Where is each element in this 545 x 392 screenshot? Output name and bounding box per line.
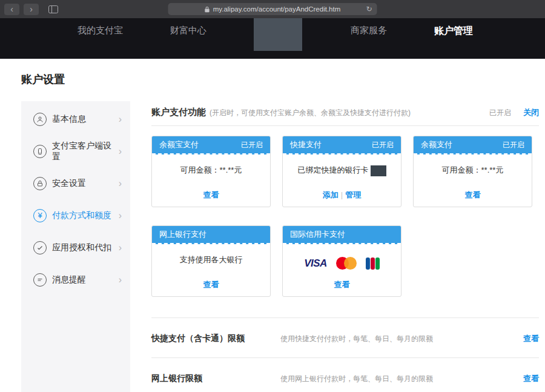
view-link[interactable]: 查看	[203, 190, 219, 199]
sidebar-item-label: 安全设置	[52, 178, 86, 189]
card-header: 快捷支付 已开启	[283, 136, 401, 154]
visa-logo: VISA	[304, 257, 327, 270]
nav-item-merchant-services[interactable]: 商家服务	[351, 25, 387, 36]
chevron-right-icon: ›	[119, 146, 122, 157]
card-body: 可用金额：**.**元	[414, 154, 532, 176]
lock-icon	[33, 177, 47, 190]
main-content: 账户支付功能 (开启时，可使用支付宝账户余额、余额宝及快捷支付进行付款) 已开启…	[151, 101, 539, 392]
card-brand-logos: VISA	[283, 244, 401, 270]
section-divider	[151, 125, 539, 126]
card-status-badge: 已开启	[241, 140, 263, 150]
card-yuebao-pay: 余额宝支付 已开启 可用金额：**.**元 查看	[151, 136, 271, 207]
yen-icon: ¥	[33, 209, 47, 222]
card-quick-pay: 快捷支付 已开启 已绑定快捷的银行卡 添加|管理	[282, 136, 401, 207]
card-international-card-pay: 国际信用卡支付 VISA 查看	[282, 225, 401, 297]
card-title: 余额宝支付	[159, 139, 199, 150]
browser-chrome: ‹ › my.alipay.com/account/payAndCredit.h…	[0, 0, 545, 18]
redacted-value	[371, 165, 386, 176]
card-header: 余额支付 已开启	[414, 136, 532, 154]
card-body: 支持使用各大银行	[152, 244, 270, 265]
limit-description: 使用快捷支付付款时，每笔、每日、每月的限额	[280, 334, 523, 344]
add-link[interactable]: 添加	[323, 190, 339, 199]
chevron-right-icon: ›	[119, 274, 122, 285]
card-balance-pay: 余额支付 已开启 可用金额：**.**元 查看	[413, 136, 532, 207]
view-link[interactable]: 查看	[203, 280, 219, 289]
view-link[interactable]: 查看	[334, 280, 350, 289]
site-navbar: 我的支付宝 财富中心 商家服务 账户管理	[0, 18, 545, 59]
card-header: 国际信用卡支付	[283, 226, 401, 244]
address-bar[interactable]: my.alipay.com/account/payAndCredit.htm ↻	[168, 3, 377, 15]
limit-row-quick-pay: 快捷支付（含卡通）限额 使用快捷支付付款时，每笔、每日、每月的限额 查看	[151, 317, 539, 357]
forward-button[interactable]: ›	[24, 4, 39, 15]
sidebar-item-label: 应用授权和代扣	[52, 242, 111, 253]
card-body: 可用金额：**.**元	[152, 154, 270, 176]
card-header: 网上银行支付	[152, 226, 270, 244]
bound-cards-text: 已绑定快捷的银行卡	[298, 165, 369, 174]
page-body: 账户设置 基本信息 › 支付宝客户端设置 › 安	[0, 72, 545, 392]
page-title: 账户设置	[21, 72, 539, 87]
manage-link[interactable]: 管理	[345, 190, 361, 199]
chevron-right-icon: ›	[119, 242, 122, 253]
redacted-logo	[254, 18, 302, 51]
sidebar-item-security-settings[interactable]: 安全设置 ›	[21, 167, 130, 199]
sidebar-item-label: 付款方式和额度	[52, 210, 111, 221]
refresh-icon[interactable]: ↻	[366, 5, 372, 13]
chevron-right-icon: ›	[119, 114, 122, 125]
sidebar-item-basic-info[interactable]: 基本信息 ›	[21, 103, 130, 135]
sidebar-item-label: 基本信息	[52, 114, 86, 125]
sidebar-item-label: 支付宝客户端设置	[52, 141, 119, 162]
card-title: 网上银行支付	[159, 229, 206, 240]
sidebar-item-client-settings[interactable]: 支付宝客户端设置 ›	[21, 135, 130, 167]
sidebar-item-payment-methods[interactable]: ¥ 付款方式和额度 ›	[21, 199, 130, 231]
nav-item-my-alipay[interactable]: 我的支付宝	[78, 25, 123, 36]
limit-title: 快捷支付（含卡通）限额	[151, 333, 280, 344]
sidebar-item-label: 消息提醒	[52, 274, 86, 285]
settings-sidebar: 基本信息 › 支付宝客户端设置 › 安全设置 › ¥ 付款方式和额度 ›	[21, 101, 130, 392]
check-icon	[33, 241, 47, 254]
card-online-banking-pay: 网上银行支付 支持使用各大银行 查看	[151, 225, 271, 297]
card-title: 国际信用卡支付	[290, 229, 345, 240]
mastercard-logo	[336, 257, 357, 270]
message-icon	[33, 273, 47, 287]
payment-cards-grid: 余额宝支付 已开启 可用金额：**.**元 查看 快捷支付 已开启 已绑定快捷的…	[151, 136, 539, 297]
lock-icon	[205, 6, 210, 13]
back-button[interactable]: ‹	[4, 4, 19, 15]
section-note: (开启时，可使用支付宝账户余额、余额宝及快捷支付进行付款)	[210, 108, 411, 118]
card-status-badge: 已开启	[503, 140, 524, 150]
user-icon	[33, 113, 47, 126]
nav-item-account-management[interactable]: 账户管理	[434, 25, 473, 38]
sidebar-item-app-authorization[interactable]: 应用授权和代扣 ›	[21, 231, 130, 264]
chevron-right-icon: ›	[119, 178, 122, 189]
limit-description: 使用网上银行付款时，每笔、每日、每月的限额	[280, 374, 523, 384]
sidebar-toggle-icon[interactable]	[48, 5, 58, 13]
link-separator: |	[341, 190, 343, 199]
limits-section: 快捷支付（含卡通）限额 使用快捷支付付款时，每笔、每日、每月的限额 查看 网上银…	[151, 317, 539, 392]
status-text: 已开启	[489, 108, 511, 118]
sidebar-item-message-reminder[interactable]: 消息提醒 ›	[21, 264, 130, 296]
section-title: 账户支付功能	[151, 107, 206, 118]
sidebar-toggle-glyph	[48, 5, 58, 13]
card-header: 余额宝支付 已开启	[152, 136, 270, 154]
view-link[interactable]: 查看	[465, 190, 481, 199]
url-text: my.alipay.com/account/payAndCredit.htm	[213, 5, 341, 13]
mobile-client-icon	[33, 145, 47, 158]
jcb-logo	[366, 257, 380, 270]
nav-item-wealth-center[interactable]: 财富中心	[170, 25, 206, 36]
card-title: 快捷支付	[290, 139, 322, 150]
view-link[interactable]: 查看	[523, 333, 539, 344]
view-link[interactable]: 查看	[523, 373, 539, 384]
limit-title: 网上银行限额	[151, 373, 280, 384]
chevron-right-icon: ›	[119, 210, 122, 221]
limit-row-online-banking: 网上银行限额 使用网上银行付款时，每笔、每日、每月的限额 查看	[151, 357, 539, 392]
section-header: 账户支付功能 (开启时，可使用支付宝账户余额、余额宝及快捷支付进行付款) 已开启…	[151, 101, 539, 118]
card-status-badge: 已开启	[372, 140, 394, 150]
close-link[interactable]: 关闭	[523, 107, 539, 118]
card-body: 已绑定快捷的银行卡	[283, 154, 401, 176]
card-title: 余额支付	[421, 139, 452, 150]
